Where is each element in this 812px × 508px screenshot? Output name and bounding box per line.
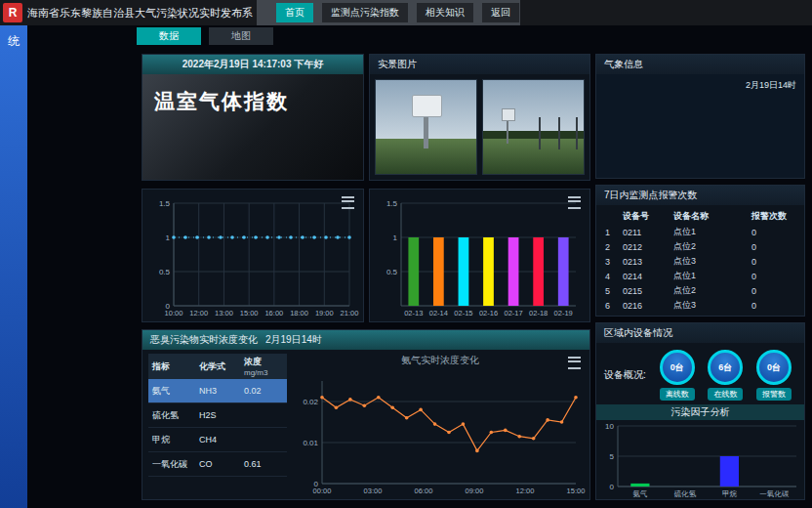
odor-table-body: 氨气NH30.02硫化氢H2S甲烷CH4一氧化碳CO0.61	[148, 379, 287, 477]
svg-text:0: 0	[610, 483, 615, 491]
alarm-count-cell: 0	[751, 242, 804, 252]
row-index: 4	[605, 272, 623, 281]
svg-text:16:00: 16:00	[264, 309, 283, 318]
weather-body: 2月19日14时	[596, 74, 804, 178]
photo-device-box	[412, 95, 442, 117]
svg-text:12:00: 12:00	[189, 309, 208, 318]
concentration-unit: mg/m3	[244, 368, 285, 377]
odor-table-header: 指标 化学式 浓度 mg/m3	[148, 354, 287, 379]
weather-panel-title: 气象信息	[596, 55, 804, 74]
photo-fence-post	[558, 117, 560, 149]
svg-text:0.5: 0.5	[386, 268, 398, 276]
device-count-circle: 0台	[660, 350, 695, 385]
odor-table-row[interactable]: 硫化氢H2S	[148, 403, 287, 428]
device-stats: 0台离线数6台在线数0台报警数	[653, 350, 798, 401]
odor-body: 指标 化学式 浓度 mg/m3 氨气NH30.02硫化氢H2S甲烷CH4一氧化碳…	[142, 350, 589, 499]
odor-panel-timestamp: 2月19日14时	[265, 333, 322, 347]
device-stat: 6台在线数	[702, 350, 751, 401]
odor-table-row[interactable]: 一氧化碳CO0.61	[148, 452, 287, 477]
formula-cell: CO	[199, 459, 244, 469]
device-overview: 设备概况: 0台离线数6台在线数0台报警数	[596, 343, 804, 404]
svg-text:13:00: 13:00	[215, 309, 233, 318]
device-id-cell: 0216	[623, 301, 673, 311]
photos-container	[370, 74, 589, 180]
svg-text:10: 10	[605, 422, 614, 431]
sidebar-system-label: 统	[0, 25, 27, 50]
odor-table-row[interactable]: 氨气NH30.02	[148, 379, 287, 403]
tab-data[interactable]: 数据	[137, 27, 201, 45]
indicator-cell: 甲烷	[152, 434, 199, 446]
formula-cell: NH3	[199, 386, 244, 396]
device-id-cell: 0211	[623, 228, 673, 237]
app-logo-icon: R	[3, 3, 22, 22]
tab-map[interactable]: 地图	[209, 27, 273, 45]
nav-knowledge-button[interactable]: 相关知识	[417, 3, 473, 22]
table-row[interactable]: 60216点位30	[600, 298, 800, 313]
daily-index-body: 0.511.502-1302-1402-1502-1602-1702-1802-…	[370, 190, 589, 321]
main-nav: 首页 监测点污染指数 相关知识 返回	[257, 0, 520, 25]
photo-fence-post	[576, 117, 578, 149]
svg-text:02-18: 02-18	[529, 309, 548, 318]
device-id-cell: 0213	[623, 257, 673, 267]
device-stat-label: 报警数	[756, 388, 792, 401]
nav-home-button[interactable]: 首页	[276, 3, 313, 22]
photo-sky	[483, 80, 584, 139]
svg-text:0.01: 0.01	[303, 439, 318, 447]
svg-text:15:00: 15:00	[240, 309, 259, 318]
alarm-count-cell: 0	[751, 257, 804, 267]
odor-table-row[interactable]: 甲烷CH4	[148, 428, 287, 452]
view-tabs: 数据 地图	[137, 27, 273, 45]
alarm-table: 设备号 设备名称 报警次数 10211点位1020212点位2030213点位3…	[596, 205, 804, 316]
device-stat: 0台报警数	[750, 350, 798, 401]
header-indicator: 指标	[152, 360, 199, 373]
table-row[interactable]: 30213点位30	[600, 254, 800, 269]
devices-panel-title: 区域内设备情况	[596, 323, 804, 343]
table-row[interactable]: 50215点位20	[600, 283, 800, 298]
svg-text:12:00: 12:00	[516, 487, 535, 495]
svg-text:硫化氢: 硫化氢	[673, 489, 696, 498]
nav-back-button[interactable]: 返回	[482, 3, 519, 22]
greenhouse-trend-chart: 00.511.510:0012:0013:0015:0016:0018:0019…	[142, 190, 363, 321]
svg-text:10:00: 10:00	[165, 309, 183, 318]
monitoring-station-photo-1[interactable]	[375, 79, 477, 175]
greeting-headline: 温室气体指数	[142, 74, 363, 180]
table-row[interactable]: 10211点位10	[600, 225, 800, 239]
svg-text:一氧化碳: 一氧化碳	[759, 489, 790, 498]
header-formula: 化学式	[199, 360, 244, 373]
dashboard-app: R 海南省乐东黎族自治县大气污染状况实时发布系 首页 监测点污染指数 相关知识 …	[0, 0, 812, 508]
header-device-name: 设备名称	[673, 210, 751, 223]
svg-text:02-14: 02-14	[429, 309, 448, 318]
chart-menu-icon[interactable]	[568, 196, 581, 209]
alarm-count-cell: 0	[751, 301, 804, 311]
svg-text:1: 1	[166, 233, 171, 242]
nav-pollution-index-button[interactable]: 监测点污染指数	[322, 3, 408, 22]
greenhouse-trend-panel: 00.511.510:0012:0013:0015:0016:0018:0019…	[142, 189, 364, 322]
table-row[interactable]: 20212点位20	[600, 239, 800, 254]
photo-device-pole	[507, 119, 508, 144]
device-stat-label: 在线数	[708, 388, 743, 401]
concentration-cell: 0.02	[244, 386, 285, 396]
weather-timestamp: 2月19日14时	[746, 79, 796, 92]
svg-text:03:00: 03:00	[364, 487, 383, 495]
alarm-table-header: 设备号 设备名称 报警次数	[600, 208, 800, 225]
indicator-cell: 硫化氢	[152, 409, 199, 422]
monitoring-station-photo-2[interactable]	[482, 79, 585, 175]
svg-text:02-13: 02-13	[404, 309, 423, 318]
svg-text:21:00: 21:00	[341, 309, 359, 318]
photo-device-pole	[424, 115, 427, 148]
svg-text:09:00: 09:00	[466, 487, 484, 495]
row-index: 5	[605, 286, 623, 296]
table-row[interactable]: 40214点位10	[600, 269, 800, 283]
concentration-cell: 0.61	[244, 459, 285, 469]
row-index: 1	[605, 228, 623, 237]
formula-cell: H2S	[199, 410, 244, 420]
daily-index-chart: 0.511.502-1302-1402-1502-1602-1702-1802-…	[370, 190, 589, 321]
greeting-datetime: 2022年2月19日 14:17:03 下午好	[142, 55, 363, 74]
svg-text:02-17: 02-17	[504, 309, 522, 318]
odor-panel: 恶臭污染物实时浓度变化 2月19日14时 指标 化学式 浓度 mg/m3 氨气N…	[142, 329, 590, 500]
indicator-cell: 氨气	[152, 385, 199, 398]
chart-menu-icon[interactable]	[568, 357, 581, 369]
chart-menu-icon[interactable]	[342, 196, 354, 209]
photos-panel-title: 实景图片	[370, 55, 589, 74]
odor-panel-header: 恶臭污染物实时浓度变化 2月19日14时	[142, 330, 589, 350]
